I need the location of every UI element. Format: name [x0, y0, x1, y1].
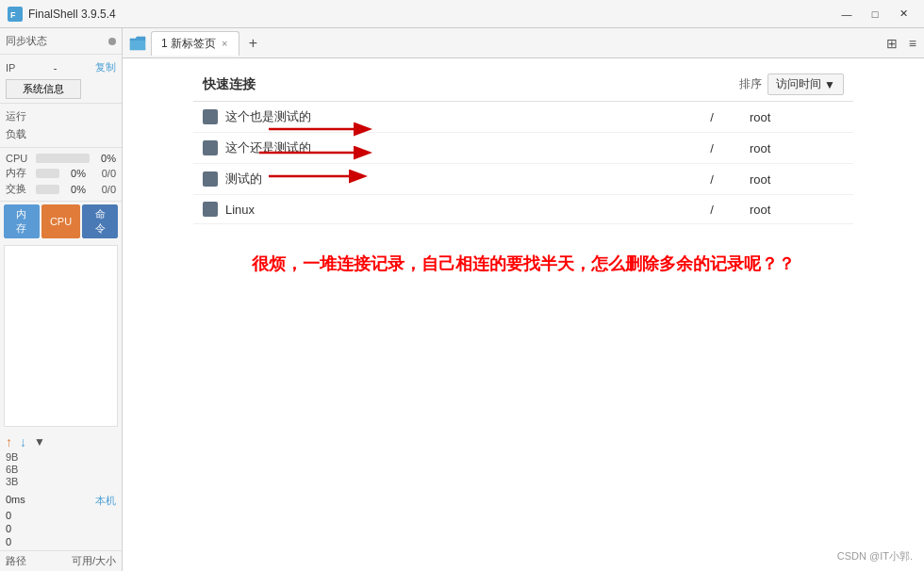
app-icon: F [8, 7, 23, 22]
qc-slash-2: / [674, 172, 750, 187]
sidebar: 同步状态 IP - 复制 系统信息 运行 负载 CPU [0, 28, 123, 571]
arrow-up-icon[interactable]: ↑ [6, 434, 12, 449]
net-val2-row: 0 [6, 522, 116, 535]
ping-value: 0ms [6, 494, 25, 508]
window-controls: — □ ✕ [833, 5, 916, 24]
mem-bar [36, 169, 59, 178]
minimize-button[interactable]: — [833, 5, 860, 24]
arrow-down-icon[interactable]: ↓ [20, 434, 26, 449]
sort-button[interactable]: 访问时间 ▼ [767, 73, 844, 95]
tab-close-button[interactable]: × [220, 38, 229, 49]
arrows-section: ↑ ↓ ▼ 9B 6B 3B [0, 431, 122, 491]
metrics-section: CPU 0% 内存 0% 0/0 交换 0% 0/0 [0, 148, 122, 202]
ip-section: IP - 复制 系统信息 [0, 55, 122, 104]
sync-row: 同步状态 [6, 32, 116, 50]
cpu-value: 0% [93, 153, 116, 164]
close-button[interactable]: ✕ [890, 5, 916, 24]
swap-extra: 0/0 [90, 184, 116, 195]
qc-header-row: 快速连接 排序 访问时间 ▼ [193, 68, 853, 102]
cpu-tab-button[interactable]: CPU [41, 204, 80, 238]
qc-user-0: root [750, 110, 844, 124]
local-label: 本机 [95, 494, 116, 508]
mem-extra: 0/0 [90, 168, 116, 179]
qc-user-2: root [750, 172, 844, 187]
ip-value: - [54, 62, 58, 73]
grid-view-icon[interactable]: ⊞ [883, 34, 901, 53]
qc-slash-3: / [674, 203, 750, 217]
add-tab-button[interactable]: + [241, 32, 264, 55]
net-val2: 0 [6, 523, 11, 534]
system-info-button[interactable]: 系统信息 [6, 79, 81, 99]
mem-metric: 内存 0% 0/0 [6, 165, 116, 181]
title-bar: F FinalShell 3.9.5.4 — □ ✕ [0, 0, 924, 28]
net-9b: 9B [6, 451, 116, 463]
svg-rect-2 [130, 41, 145, 50]
sort-label: 排序 [739, 76, 762, 92]
copy-button[interactable]: 复制 [95, 60, 116, 74]
mem-label: 内存 [6, 166, 32, 180]
swap-bar [36, 185, 59, 194]
net-6b: 6B [6, 464, 116, 475]
net-3b: 3B [6, 476, 116, 487]
arrow-menu-icon[interactable]: ▼ [34, 435, 45, 449]
ip-label: IP [6, 62, 15, 73]
cpu-label: CPU [6, 153, 32, 164]
main-area: 1 新标签页 × + ⊞ ≡ 快速连接 排序 访问时间 ▼ [123, 28, 924, 571]
cpu-metric: CPU 0% [6, 152, 116, 165]
net-val1: 0 [6, 510, 11, 521]
sort-value: 访问时间 [776, 76, 821, 92]
net-val3: 0 [6, 536, 11, 547]
watermark: CSDN @IT小郭. [837, 549, 913, 563]
net-stats: 0ms 本机 0 0 0 [0, 491, 122, 550]
svg-text:F: F [10, 10, 16, 20]
swap-label: 交换 [6, 182, 32, 196]
swap-value: 0% [63, 184, 86, 195]
arrow-svg-3 [269, 167, 372, 204]
qc-title: 快速连接 [203, 76, 739, 93]
net-val3-row: 0 [6, 535, 116, 548]
folder-icon-button[interactable] [126, 32, 149, 55]
swap-metric: 交换 0% 0/0 [6, 181, 116, 197]
menu-icon[interactable]: ≡ [905, 34, 920, 53]
app-body: 同步状态 IP - 复制 系统信息 运行 负载 CPU [0, 28, 924, 571]
main-tab[interactable]: 1 新标签页 × [151, 31, 239, 56]
load-label: 负载 [6, 127, 26, 141]
app-title: FinalShell 3.9.5.4 [28, 8, 116, 21]
title-bar-left: F FinalShell 3.9.5.4 [8, 7, 116, 22]
maximize-button[interactable]: □ [862, 5, 888, 24]
qc-user-3: root [750, 203, 844, 217]
running-label: 运行 [6, 109, 26, 123]
sync-label: 同步状态 [6, 34, 47, 48]
sort-arrow-icon: ▼ [824, 78, 835, 91]
cmd-tab-button[interactable]: 命令 [82, 204, 118, 238]
files-row: 路径 可用/大小 [6, 554, 116, 568]
sync-section: 同步状态 [0, 28, 122, 55]
ip-row: IP - 复制 [6, 58, 116, 76]
content-area: 快速连接 排序 访问时间 ▼ 这个也是测试的 / root [123, 58, 924, 571]
qc-icon-1 [203, 140, 218, 155]
tab-row: 1 新标签页 × + ⊞ ≡ [123, 28, 924, 58]
qc-slash-0: / [674, 110, 750, 124]
mem-tab-button[interactable]: 内存 [4, 204, 40, 238]
qc-icon-0 [203, 109, 218, 124]
running-section: 运行 负载 [0, 104, 122, 148]
tab-label: 1 新标签页 [161, 36, 216, 52]
tab-right-icons: ⊞ ≡ [883, 34, 920, 53]
graph-area [4, 245, 118, 427]
net-labels: 9B 6B 3B [6, 451, 116, 487]
bottom-text: 很烦，一堆连接记录，自己相连的要找半天，怎么删除多余的记录呢？？ [141, 243, 905, 285]
ping-row: 0ms 本机 [6, 493, 116, 509]
qc-slash-1: / [674, 141, 750, 155]
qc-user-1: root [750, 141, 844, 155]
files-label: 路径 [6, 554, 26, 568]
status-dot [108, 38, 116, 45]
files-right: 可用/大小 [72, 554, 116, 568]
mem-value: 0% [63, 168, 86, 179]
qc-icon-2 [203, 171, 218, 187]
sidebar-tabs: 内存 CPU 命令 [0, 202, 122, 241]
qc-icon-3 [203, 202, 218, 217]
net-val1-row: 0 [6, 509, 116, 522]
cpu-bar [36, 154, 90, 163]
arrow-row: ↑ ↓ ▼ [6, 434, 116, 449]
files-section: 路径 可用/大小 [0, 550, 122, 571]
